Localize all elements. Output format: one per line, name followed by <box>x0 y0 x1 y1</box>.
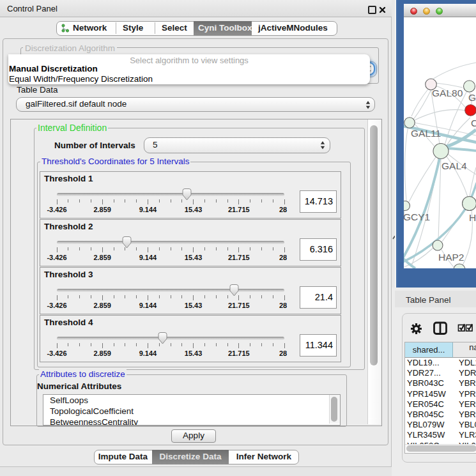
svg-text:9.144: 9.144 <box>139 349 157 357</box>
svg-text:28: 28 <box>279 302 287 309</box>
svg-text:2.859: 2.859 <box>93 206 111 213</box>
svg-text:21.715: 21.715 <box>228 254 250 261</box>
svg-text:21.715: 21.715 <box>228 302 250 309</box>
svg-text:15.43: 15.43 <box>185 206 203 213</box>
svg-text:15.43: 15.43 <box>185 349 203 357</box>
svg-text:9.144: 9.144 <box>139 206 157 213</box>
svg-text:21.715: 21.715 <box>228 206 250 213</box>
svg-text:GAL4: GAL4 <box>441 160 467 171</box>
svg-text:HAP2: HAP2 <box>438 252 464 263</box>
svg-text:GAL11: GAL11 <box>411 128 441 139</box>
svg-text:-3.426: -3.426 <box>47 302 66 309</box>
svg-text:2.859: 2.859 <box>93 349 111 357</box>
svg-text:GA: GA <box>468 92 476 103</box>
svg-text:CA: CA <box>471 118 476 128</box>
svg-text:-3.426: -3.426 <box>47 206 66 213</box>
svg-text:H: H <box>469 212 476 223</box>
svg-text:28: 28 <box>279 206 287 213</box>
svg-text:9.144: 9.144 <box>139 302 157 309</box>
svg-text:21.715: 21.715 <box>228 349 250 357</box>
svg-text:9.144: 9.144 <box>139 254 157 261</box>
svg-text:2.859: 2.859 <box>93 254 111 261</box>
svg-text:2.859: 2.859 <box>93 302 111 309</box>
svg-text:28: 28 <box>279 349 287 357</box>
svg-text:-3.426: -3.426 <box>47 349 66 357</box>
svg-text:GCY1: GCY1 <box>404 211 430 222</box>
svg-text:15.43: 15.43 <box>185 302 203 309</box>
svg-text:15.43: 15.43 <box>185 254 203 261</box>
svg-text:GAL80: GAL80 <box>432 88 463 98</box>
svg-text:28: 28 <box>279 254 287 261</box>
svg-text:-3.426: -3.426 <box>47 254 66 261</box>
